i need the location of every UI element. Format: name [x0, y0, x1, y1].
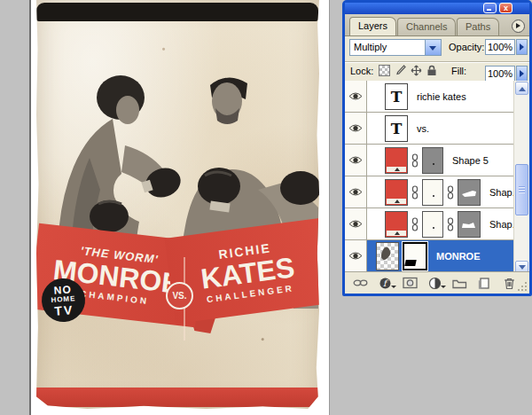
layer-row-shape-upper[interactable]: Shap...	[345, 176, 529, 208]
scroll-up-icon[interactable]	[515, 82, 528, 95]
opacity-arrow-icon[interactable]	[516, 39, 528, 55]
layers-list: T richie kates T vs.	[345, 81, 529, 275]
layer-row-shape5[interactable]: Shape 5	[345, 145, 529, 176]
resize-grip-icon[interactable]	[517, 281, 528, 292]
link-icon	[411, 217, 419, 231]
canvas-page: 'THE WORM' MONROE CHAMPION RICHIE KATES …	[29, 0, 329, 415]
link-icon	[411, 153, 419, 168]
lock-row: Lock: Fill: 100%	[345, 63, 529, 80]
lock-label: Lock:	[350, 66, 373, 76]
text-layer-thumbnail[interactable]: T	[385, 115, 408, 142]
palette-tabbar: Layers Channels Paths	[345, 14, 529, 36]
vs-label: VS.	[172, 291, 186, 301]
vector-mask-thumbnail[interactable]	[458, 211, 481, 238]
fill-input[interactable]: 100%	[485, 66, 515, 82]
layer-style-icon[interactable]: f	[377, 276, 393, 290]
opacity-input[interactable]: 100%	[485, 39, 515, 55]
lock-all-icon[interactable]	[426, 64, 438, 76]
lock-paint-icon[interactable]	[394, 64, 406, 76]
link-layers-icon[interactable]	[352, 276, 368, 290]
adjustment-layer-icon[interactable]	[426, 276, 442, 290]
tab-paths[interactable]: Paths	[457, 18, 499, 35]
blend-mode-select[interactable]: Multiply	[349, 39, 442, 56]
new-layer-icon[interactable]	[476, 276, 492, 290]
new-group-icon[interactable]	[451, 276, 467, 290]
badge-line3: TV	[54, 303, 74, 317]
palette-content: Layers Channels Paths Multiply Opacity: …	[345, 14, 529, 294]
visibility-toggle[interactable]	[345, 81, 367, 112]
lock-position-icon[interactable]	[410, 64, 422, 76]
visibility-toggle[interactable]	[345, 240, 367, 271]
close-button[interactable]: x	[499, 3, 512, 13]
link-icon	[447, 217, 454, 231]
visibility-toggle[interactable]	[345, 113, 367, 144]
delete-layer-icon[interactable]	[501, 276, 517, 290]
scrollbar[interactable]	[513, 81, 529, 275]
tab-layers[interactable]: Layers	[349, 17, 396, 35]
scrollbar-thumb[interactable]	[515, 164, 528, 215]
link-icon	[411, 185, 419, 200]
selected-mask-thumbnail[interactable]	[403, 242, 427, 270]
vs-circle: VS.	[166, 282, 193, 309]
chevron-down-icon[interactable]	[425, 40, 441, 55]
fill-layer-thumbnail[interactable]	[385, 179, 408, 206]
poster-top-black-bar	[36, 3, 318, 21]
divider	[345, 61, 529, 62]
layer-mask-thumbnail[interactable]	[422, 211, 443, 238]
layer-row-monroe[interactable]: MONROE	[345, 240, 529, 272]
text-layer-thumbnail[interactable]: T	[385, 83, 408, 110]
minimize-button[interactable]	[483, 3, 497, 13]
layer-row-vs[interactable]: T vs.	[345, 113, 529, 145]
layers-palette-window: x Layers Channels Paths Multiply Opacity…	[342, 0, 532, 296]
opacity-label: Opacity:	[449, 42, 484, 52]
layer-name[interactable]: vs.	[417, 123, 429, 134]
eye-icon	[348, 251, 363, 261]
workspace: 'THE WORM' MONROE CHAMPION RICHIE KATES …	[0, 0, 532, 415]
image-layer-thumbnail[interactable]	[376, 242, 399, 270]
eye-icon	[348, 187, 363, 197]
layer-row-shape-lower[interactable]: Shap...	[345, 208, 529, 240]
layer-name[interactable]: Shape 5	[452, 155, 489, 166]
add-mask-icon[interactable]	[402, 276, 418, 290]
poster-artwork: 'THE WORM' MONROE CHAMPION RICHIE KATES …	[36, 0, 319, 409]
eye-icon	[348, 219, 363, 229]
layer-row-richie-kates[interactable]: T richie kates	[345, 81, 529, 113]
tab-channels[interactable]: Channels	[397, 18, 456, 35]
visibility-toggle[interactable]	[345, 208, 367, 239]
fill-label: Fill:	[451, 66, 466, 76]
vector-mask-thumbnail[interactable]	[458, 179, 481, 206]
visibility-toggle[interactable]	[345, 145, 367, 176]
palette-menu-icon[interactable]	[512, 20, 525, 33]
layer-mask-thumbnail[interactable]	[422, 147, 443, 174]
eye-icon	[348, 155, 363, 165]
layer-name[interactable]: richie kates	[417, 91, 466, 102]
palette-footer: f	[345, 271, 529, 294]
eye-icon	[348, 123, 363, 133]
palette-titlebar[interactable]: x	[345, 3, 529, 14]
lock-transparency-icon[interactable]	[378, 64, 390, 76]
link-icon	[447, 185, 454, 200]
blend-mode-value: Multiply	[354, 42, 387, 52]
poster-bottom-red-stripe	[36, 388, 318, 407]
fill-layer-thumbnail[interactable]	[385, 147, 408, 174]
layer-name[interactable]: MONROE	[436, 251, 481, 262]
layer-mask-thumbnail[interactable]	[422, 179, 443, 206]
fill-layer-thumbnail[interactable]	[385, 211, 408, 238]
blend-row: Multiply Opacity: 100%	[345, 36, 529, 59]
badge-line1: NO	[53, 284, 72, 295]
eye-icon	[348, 91, 363, 101]
fill-arrow-icon[interactable]	[516, 66, 528, 82]
visibility-toggle[interactable]	[345, 176, 367, 208]
